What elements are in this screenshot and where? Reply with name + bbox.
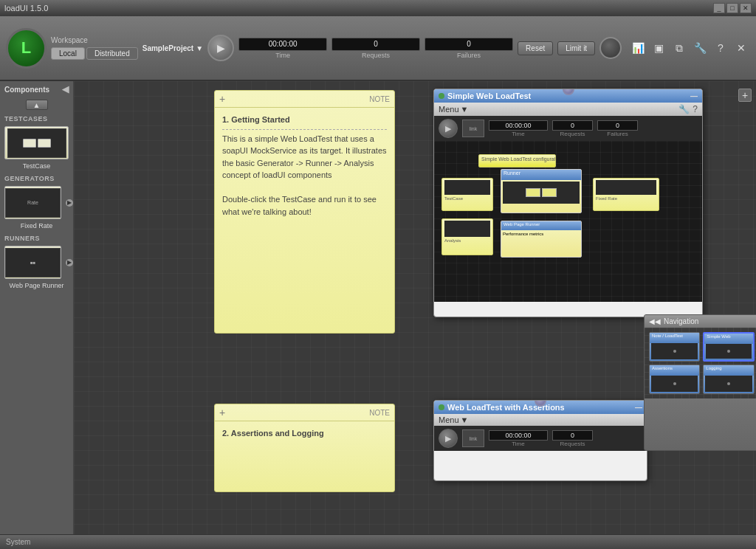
testcase-card[interactable] xyxy=(4,126,69,159)
lt1-mini-note-1: Simple Web LoadTest configuration xyxy=(478,154,556,168)
lt2-time-label: Time xyxy=(512,441,524,447)
toolbar: L Workspace Local Distributed SampleProj… xyxy=(0,16,756,81)
minimize-button[interactable]: _ xyxy=(713,3,725,13)
note-body-1: 1. Getting Started This is a simple Web … xyxy=(215,108,394,224)
note-title-1: NOTE xyxy=(369,95,390,103)
navigation-panel: ◀◀ Navigation Note / LoadTest Simple Web xyxy=(644,314,756,451)
sidebar: Components ◀ ▲ TESTCASES TestCase GENERA… xyxy=(0,81,74,549)
lt2-requests-metric: 0 Requests xyxy=(552,430,593,447)
lt1-time-metric: 00:00:00 Time xyxy=(489,120,548,137)
lt1-title-left: Simple Web LoadTest xyxy=(439,92,531,100)
mini-block-1 xyxy=(23,139,36,148)
project-name: SampleProject xyxy=(142,44,193,52)
help-icon[interactable]: ? xyxy=(712,39,729,57)
nav-thumb-2-title: Simple Web xyxy=(704,334,752,344)
sidebar-up-arrow[interactable]: ▲ xyxy=(26,100,48,110)
main-area: Components ◀ ▲ TESTCASES TestCase GENERA… xyxy=(0,81,756,549)
runners-expand[interactable]: ▶ xyxy=(66,259,73,266)
testcase-mini xyxy=(23,139,51,148)
note-body-2: 2. Assertions and Logging xyxy=(215,421,394,446)
workspace-area: Workspace Local Distributed xyxy=(51,36,138,60)
workspace-label: Workspace xyxy=(51,36,138,44)
fixed-rate-card[interactable]: Rate xyxy=(4,186,61,219)
system-label: System xyxy=(6,538,30,546)
lt1-mini-analysis: Web Page Runner Performance metrics xyxy=(501,221,582,258)
lt2-title-left: Web LoadTest with Assertions xyxy=(439,403,565,412)
lt1-minimize[interactable]: — xyxy=(690,92,698,100)
generators-title: GENERATORS xyxy=(0,173,73,184)
distributed-tab[interactable]: Distributed xyxy=(86,47,138,60)
loadtest-1: Simple Web LoadTest — Menu ▼ 🔧 ? ▶ link xyxy=(433,89,703,317)
lt1-time-value: 00:00:00 xyxy=(489,120,548,131)
note-heading-2: 2. Assertions and Logging xyxy=(222,429,324,438)
globe-icon xyxy=(599,37,622,59)
rate-label: Rate xyxy=(27,200,38,205)
local-tab[interactable]: Local xyxy=(51,47,85,60)
lt1-canvas[interactable]: Simple Web LoadTest configuration TestCa… xyxy=(434,141,702,302)
maximize-button[interactable]: □ xyxy=(726,3,738,13)
title-bar: loadUI 1.5.0 _ □ ✕ xyxy=(0,0,756,16)
failures-metric: 0 Failures xyxy=(425,38,513,59)
close-icon[interactable]: ✕ xyxy=(732,39,750,57)
requests-metric: 0 Requests xyxy=(331,38,420,59)
window-controls[interactable]: _ □ ✕ xyxy=(713,3,752,13)
lt1-mini-runner-block2 xyxy=(542,188,557,197)
lt1-mini-runner-canvas xyxy=(503,182,580,204)
project-dropdown-icon[interactable]: ▼ xyxy=(196,44,203,52)
canvas-plus-top-right[interactable]: + xyxy=(738,89,752,102)
bar-chart-icon[interactable]: 📊 xyxy=(629,39,647,57)
lt1-mini-runner-block xyxy=(526,188,540,197)
project-selector[interactable]: SampleProject ▼ xyxy=(142,44,203,52)
runner-card[interactable]: ■■ xyxy=(4,246,61,279)
note-header-2: + NOTE xyxy=(215,404,394,421)
lt2-minimize[interactable]: — xyxy=(635,404,642,412)
sidebar-toggle[interactable]: ◀ xyxy=(62,84,69,94)
lt1-settings-icon[interactable]: 🔧 xyxy=(678,104,690,114)
app-logo: L xyxy=(6,28,47,69)
generators-expand[interactable]: ▶ xyxy=(66,199,73,207)
nav-thumb-4-inner xyxy=(651,376,698,392)
lt2-requests-value: 0 xyxy=(552,430,593,441)
nav-thumb-1-title: Note / LoadTest xyxy=(650,333,699,343)
limit-button[interactable]: Limit it xyxy=(557,41,595,55)
lt1-menu-arrow: ▼ xyxy=(461,105,469,114)
lt1-icons: 🔧 ? xyxy=(678,104,698,114)
reset-button[interactable]: Reset xyxy=(518,41,553,55)
lt2-status-dot xyxy=(439,404,444,410)
lt1-mini-runner: Runner xyxy=(501,169,582,213)
nav-thumb-4: Assertions xyxy=(649,365,700,394)
lt1-failures-metric: 0 Failures xyxy=(597,120,638,137)
lt1-help-icon[interactable]: ? xyxy=(693,104,698,114)
lt1-menu[interactable]: Menu ▼ xyxy=(439,105,468,114)
requests-label: Requests xyxy=(362,52,390,59)
lt2-play-button[interactable]: ▶ xyxy=(439,429,458,448)
settings-icon[interactable]: 🔧 xyxy=(691,39,709,57)
lt2-menu[interactable]: Menu ▼ xyxy=(439,415,468,424)
close-button[interactable]: ✕ xyxy=(740,3,752,13)
nav-collapse-icon[interactable]: ◀◀ xyxy=(649,317,661,325)
note-add-1[interactable]: + xyxy=(219,93,225,105)
nav-thumb-2-inner xyxy=(706,344,751,359)
lt2-link: link xyxy=(462,429,484,447)
copy-icon[interactable]: ⧉ xyxy=(670,39,688,57)
lt1-mini-chart xyxy=(444,180,490,195)
lt1-title: Simple Web LoadTest xyxy=(447,92,531,100)
note-add-2[interactable]: + xyxy=(219,407,225,418)
lt1-time-label: Time xyxy=(512,131,524,137)
app-title: loadUI 1.5.0 xyxy=(4,4,48,13)
lt1-play-button[interactable]: ▶ xyxy=(439,119,458,138)
time-metric: 00:00:00 Time xyxy=(238,38,327,59)
note-heading-1: 1. Getting Started xyxy=(222,115,290,124)
lt2-link-label: link xyxy=(470,436,478,441)
window-icon[interactable]: ▣ xyxy=(650,39,667,57)
system-bar: System xyxy=(0,534,756,549)
lt2-menu-label: Menu xyxy=(439,415,459,424)
canvas[interactable]: + NOTE 1. Getting Started This is a simp… xyxy=(74,81,756,549)
lt1-mini-analysis-title: Web Page Runner xyxy=(501,221,581,230)
play-button[interactable]: ▶ xyxy=(207,35,234,61)
time-value: 00:00:00 xyxy=(238,38,327,51)
lt1-requests-metric: 0 Requests xyxy=(552,120,593,137)
runner-label: Web Page Runner xyxy=(0,281,73,290)
testcases-section: TESTCASES TestCase xyxy=(0,112,73,172)
note-card-1: + NOTE 1. Getting Started This is a simp… xyxy=(214,90,395,334)
